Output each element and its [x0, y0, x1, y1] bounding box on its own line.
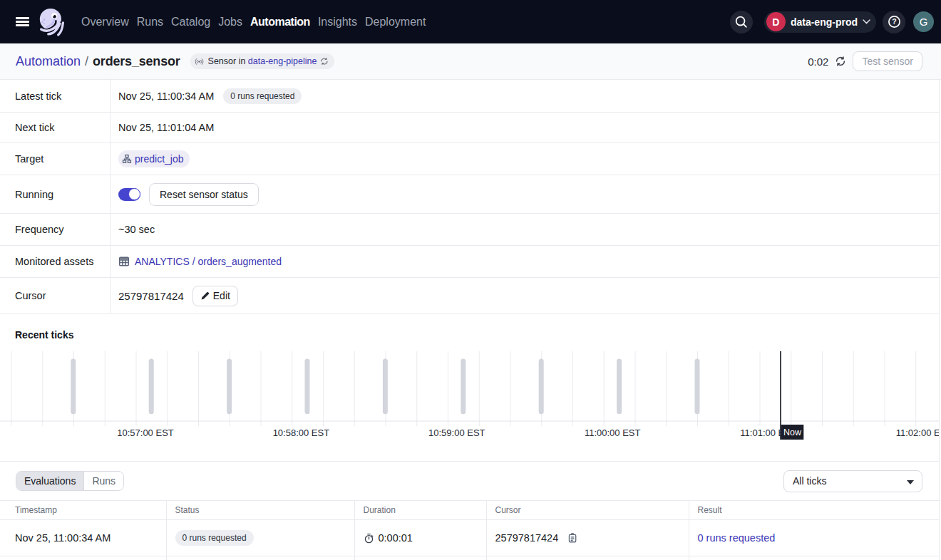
svg-text:10:58:00 EST: 10:58:00 EST [273, 427, 330, 438]
svg-text:10:57:00 EST: 10:57:00 EST [117, 427, 174, 438]
svg-text:11:02:00 EST: 11:02:00 EST [896, 427, 940, 438]
svg-text:Now: Now [783, 427, 802, 437]
svg-text:?: ? [892, 17, 896, 26]
svg-text:11:00:00 EST: 11:00:00 EST [585, 427, 641, 438]
svg-text:10:59:00 EST: 10:59:00 EST [428, 427, 485, 438]
